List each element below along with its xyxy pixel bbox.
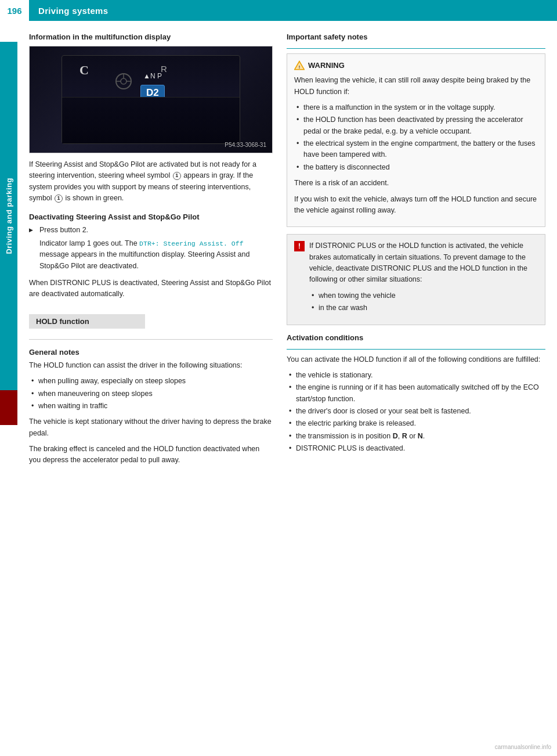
svg-point-1 xyxy=(121,78,126,84)
cluster-wheel-icon xyxy=(114,72,133,92)
warning-risk: There is a risk of an accident. xyxy=(294,178,538,189)
general-notes-divider xyxy=(29,339,273,340)
sidebar-indicator xyxy=(0,390,17,425)
activation-heading: Activation conditions xyxy=(287,333,545,342)
mono-text: DTR+: Steering Assist. Off xyxy=(139,240,243,247)
warning-advice: If you wish to exit the vehicle, always … xyxy=(294,194,538,217)
general-bullets: when pulling away, especially on steep s… xyxy=(29,376,273,412)
list-item: when waiting in traffic xyxy=(29,401,273,412)
svg-text:!: ! xyxy=(299,64,301,70)
sidebar-label: Driving and parking xyxy=(0,42,17,390)
warning-header: ! WARNING xyxy=(294,60,538,71)
safety-divider xyxy=(287,48,545,49)
warning-body1: When leaving the vehicle, it can still r… xyxy=(294,75,538,98)
note-icon: ! xyxy=(294,241,305,251)
list-item: there is a malfunction in the system or … xyxy=(294,102,538,113)
body-text-2: When DISTRONIC PLUS is deactivated, Stee… xyxy=(29,278,273,300)
cluster-np: ▲N P xyxy=(143,72,162,80)
dashboard-image: C R xyxy=(29,46,273,153)
list-item: in the car wash xyxy=(309,303,538,314)
important-safety-title: Important safety notes xyxy=(287,33,545,41)
list-item: when maneuvering on steep slopes xyxy=(29,388,273,399)
list-item: the vehicle is stationary. xyxy=(287,370,545,381)
list-item: when towing the vehicle xyxy=(309,290,538,301)
body-kept: The vehicle is kept stationary without t… xyxy=(29,416,273,439)
cluster-c-label: C xyxy=(79,63,89,78)
header-bar: 196 Driving systems xyxy=(0,0,557,21)
circle-1b: 1 xyxy=(55,195,63,203)
left-section-title: Information in the multifunction display xyxy=(29,33,273,41)
list-item: the driver's door is closed or your seat… xyxy=(287,406,545,417)
list-item: the transmission is in position D, R or … xyxy=(287,431,545,442)
general-notes-heading: General notes xyxy=(29,348,273,357)
list-item: DISTRONIC PLUS is deactivated. xyxy=(287,443,545,454)
list-item: the engine is running or if it has been … xyxy=(287,382,545,405)
step-1-indent: Indicator lamp 1 goes out. The DTR+: Ste… xyxy=(29,238,273,272)
general-notes-body: The HOLD function can assist the driver … xyxy=(29,360,273,371)
note-box: ! If DISTRONIC PLUS or the HOLD function… xyxy=(287,234,545,325)
list-item: the battery is disconnected xyxy=(294,162,538,173)
page-number: 196 xyxy=(0,0,29,21)
left-column: Information in the multifunction display… xyxy=(29,33,273,471)
circle-1a: 1 xyxy=(173,172,181,180)
activation-body: You can activate the HOLD function if al… xyxy=(287,354,545,365)
list-item: the electrical system in the engine comp… xyxy=(294,138,538,161)
dashboard-inner: C R xyxy=(30,46,272,153)
list-item: the electric parking brake is released. xyxy=(287,418,545,429)
list-item: the HOLD function has been deactivated b… xyxy=(294,114,538,137)
step-1: Press button 2. xyxy=(29,225,273,236)
sidebar-label-text: Driving and parking xyxy=(5,178,13,254)
deactivating-heading: Deactivating Steering Assist and Stop&Go… xyxy=(29,213,273,221)
page-wrapper: Driving and parking Information in the m… xyxy=(0,21,557,483)
warning-box: ! WARNING When leaving the vehicle, it c… xyxy=(287,53,545,227)
image-label: P54.33-3068-31 xyxy=(225,142,266,148)
note-body: If DISTRONIC PLUS or the HOLD function i… xyxy=(309,240,538,286)
list-item: when pulling away, especially on steep s… xyxy=(29,376,273,387)
warning-bullets: there is a malfunction in the system or … xyxy=(294,102,538,173)
right-column: Important safety notes ! WARNING When le… xyxy=(287,33,545,471)
body-text-1: If Steering Assist and Stop&Go Pilot are… xyxy=(29,159,273,204)
activation-bullets: the vehicle is stationary. the engine is… xyxy=(287,370,545,455)
body-canceled: The braking effect is canceled and the H… xyxy=(29,444,273,466)
activation-divider xyxy=(287,349,545,350)
hold-banner: HOLD function xyxy=(29,314,145,329)
watermark: carmanualsonline.info xyxy=(495,744,551,750)
circle-2: 2 xyxy=(82,226,86,234)
circle-1c: 1 xyxy=(87,239,91,247)
note-content: If DISTRONIC PLUS or the HOLD function i… xyxy=(309,240,538,318)
warning-label: WARNING xyxy=(308,60,345,71)
warning-triangle-icon: ! xyxy=(294,60,305,71)
content-area: Information in the multifunction display… xyxy=(17,21,557,483)
header-title: Driving systems xyxy=(29,6,108,16)
note-bullets: when towing the vehicle in the car wash xyxy=(309,290,538,314)
